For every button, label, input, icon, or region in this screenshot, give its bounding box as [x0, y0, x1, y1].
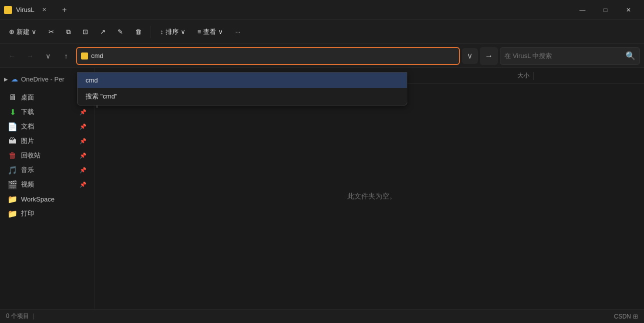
up-icon: ↑	[65, 52, 68, 60]
video-icon: 🎬	[8, 180, 17, 189]
cut-icon: ✂	[49, 28, 54, 36]
print-folder-icon: 📁	[8, 209, 17, 218]
search-input[interactable]	[504, 52, 622, 60]
video-label: 视频	[21, 180, 34, 189]
toolbar: ⊕ 新建 ∨ ✂ ⧉ ⊡ ↗ ✎ 🗑 ↕ 排序 ∨ ≡ 查看 ∨ ···	[0, 20, 644, 44]
view-icon: ≡	[198, 28, 202, 36]
maximize-button[interactable]: □	[594, 2, 617, 18]
view-dropdown-icon: ∨	[218, 28, 223, 36]
forward-button[interactable]: →	[22, 48, 38, 64]
item-count: 0 个项目	[6, 312, 29, 320]
music-icon: 🎵	[8, 166, 17, 174]
copy-button[interactable]: ⧉	[61, 25, 76, 39]
window-controls: — □ ✕	[571, 2, 640, 18]
rename-icon: ✎	[118, 28, 123, 36]
music-label: 音乐	[21, 166, 34, 174]
sort-label: 排序	[166, 28, 179, 36]
documents-label: 文档	[21, 122, 34, 131]
workspace-label: WorkSpace	[21, 196, 55, 203]
pictures-icon: 🏔	[8, 136, 17, 146]
empty-message: 此文件夹为空。	[347, 192, 396, 201]
pin-icon-recycle: 📌	[80, 152, 87, 159]
new-label: 新建	[17, 28, 30, 36]
sidebar-item-music[interactable]: 🎵 音乐 📌	[2, 163, 93, 177]
tab-folder-icon	[4, 6, 12, 14]
paste-icon: ⊡	[83, 28, 88, 36]
sort-icon: ↕	[160, 28, 164, 36]
go-button[interactable]: →	[480, 47, 498, 65]
search-icon: 🔍	[625, 51, 635, 60]
pin-icon-pictures: 📌	[80, 138, 87, 144]
share-button[interactable]: ↗	[95, 25, 111, 38]
toolbar-separator-1	[151, 26, 151, 38]
pictures-label: 图片	[21, 136, 34, 146]
new-button[interactable]: ⊕ 新建 ∨	[4, 24, 42, 40]
close-button[interactable]: ✕	[617, 2, 640, 18]
nav-bar: ← → ∨ ↑ cmd 搜索 "cmd" ∨ → 🔍	[0, 44, 644, 68]
address-input[interactable]	[91, 52, 455, 60]
status-right: CSDN ⊞	[164, 313, 638, 320]
sidebar-item-print[interactable]: 📁 打印	[2, 206, 93, 220]
address-bar[interactable]: cmd 搜索 "cmd"	[76, 47, 460, 65]
nav-right: ∨ → 🔍	[462, 47, 640, 65]
pin-icon-music: 📌	[80, 167, 87, 174]
autocomplete-item-cmd[interactable]: cmd	[78, 72, 407, 88]
delete-button[interactable]: 🗑	[130, 25, 147, 38]
new-dropdown-icon: ∨	[32, 28, 37, 36]
print-label: 打印	[21, 209, 34, 218]
tab-close-button[interactable]: ✕	[39, 4, 51, 16]
share-icon: ↗	[100, 28, 106, 36]
sidebar-item-video[interactable]: 🎬 视频 📌	[2, 178, 93, 192]
sort-dropdown-icon: ∨	[181, 28, 186, 36]
address-dropdown-button[interactable]: ∨	[462, 48, 478, 64]
desktop-icon: 🖥	[8, 93, 17, 102]
tab-title: VirusL	[16, 6, 35, 14]
view-label: 查看	[203, 28, 216, 36]
go-arrow-icon: →	[485, 52, 493, 60]
sort-button[interactable]: ↕ 排序 ∨	[155, 24, 191, 40]
desktop-label: 桌面	[21, 93, 34, 102]
forward-icon: →	[27, 52, 34, 60]
collapse-icon: ▶	[4, 76, 8, 82]
sidebar-item-documents[interactable]: 📄 文档 📌	[2, 120, 93, 134]
tab-add-button[interactable]: +	[57, 2, 73, 18]
copy-icon: ⧉	[66, 28, 71, 36]
sidebar-item-pictures[interactable]: 🏔 图片 📌	[2, 134, 93, 148]
download-icon: ⬇	[8, 108, 17, 116]
autocomplete-item-search[interactable]: 搜索 "cmd"	[78, 88, 407, 105]
sidebar-item-recycle[interactable]: 🗑 回收站 📌	[2, 148, 93, 162]
content-body: 此文件夹为空。	[99, 84, 644, 309]
size-column-header: 大小	[517, 72, 529, 80]
sidebar-item-workspace[interactable]: 📁 WorkSpace	[2, 192, 93, 206]
back-button[interactable]: ←	[4, 48, 20, 64]
up-button[interactable]: ↑	[58, 48, 74, 64]
cut-button[interactable]: ✂	[44, 25, 59, 38]
view-button[interactable]: ≡ 查看 ∨	[193, 24, 229, 40]
recent-button[interactable]: ∨	[40, 48, 56, 64]
minimize-button[interactable]: —	[571, 2, 594, 18]
recycle-icon: 🗑	[8, 151, 17, 160]
autocomplete-dropdown: cmd 搜索 "cmd"	[77, 72, 407, 106]
more-icon: ···	[235, 28, 241, 36]
pin-icon-downloads: 📌	[80, 109, 87, 116]
more-button[interactable]: ···	[230, 25, 246, 38]
downloads-label: 下载	[21, 108, 34, 116]
address-dropdown-icon: ∨	[467, 51, 473, 60]
pin-icon-video: 📌	[80, 182, 87, 188]
workspace-folder-icon: 📁	[8, 194, 17, 204]
documents-icon: 📄	[8, 122, 17, 131]
back-icon: ←	[9, 52, 16, 60]
cloud-icon: ☁	[10, 74, 19, 84]
rename-button[interactable]: ✎	[113, 25, 128, 38]
paste-button[interactable]: ⊡	[78, 25, 93, 38]
delete-icon: 🗑	[135, 28, 142, 36]
onedrive-label: OneDrive - Per	[21, 76, 65, 83]
sidebar-item-downloads[interactable]: ⬇ 下载 📌	[2, 105, 93, 119]
brand-label: CSDN	[614, 313, 631, 320]
pin-icon-documents: 📌	[80, 124, 87, 130]
new-plus-icon: ⊕	[9, 28, 15, 36]
status-bar: 0 个项目 CSDN ⊞	[0, 309, 644, 323]
search-bar[interactable]: 🔍	[500, 47, 640, 65]
recycle-label: 回收站	[21, 151, 41, 160]
address-folder-icon	[81, 52, 88, 60]
